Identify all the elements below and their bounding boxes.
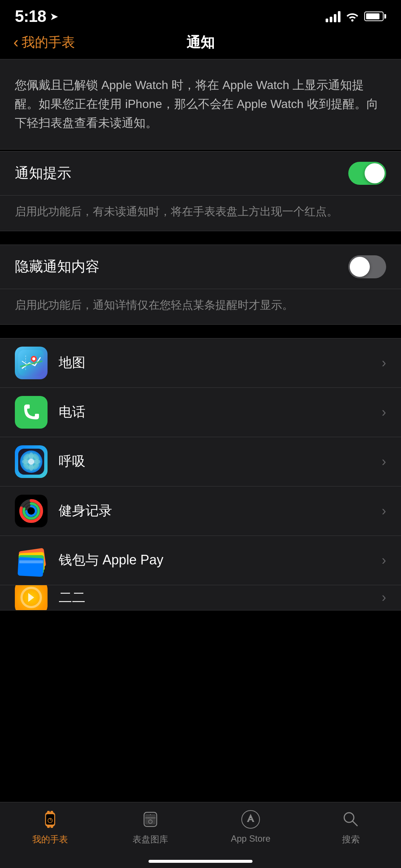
app-icon-maps — [15, 347, 48, 379]
hide-content-label: 隐藏通知内容 — [15, 257, 100, 276]
signal-icon — [326, 10, 340, 22]
battery-icon — [364, 12, 386, 21]
description-block: 您佩戴且已解锁 Apple Watch 时，将在 Apple Watch 上显示… — [0, 59, 401, 150]
hide-content-section: 隐藏通知内容 启用此功能后，通知详情仅在您轻点某条提醒时才显示。 — [0, 245, 401, 325]
hide-content-toggle[interactable] — [348, 255, 386, 278]
tab-label-app-store: App Store — [231, 833, 271, 844]
status-icons — [326, 10, 386, 22]
app-icon-phone — [15, 396, 48, 429]
app-row-fitness[interactable]: 健身记录 › — [0, 487, 401, 536]
hide-content-row: 隐藏通知内容 — [0, 245, 401, 289]
tab-face-gallery[interactable]: 表盘图库 — [100, 808, 200, 845]
tab-bar: 我的手表 表盘图库 App St — [0, 802, 401, 868]
app-icon-wallet — [15, 544, 48, 577]
app-name-breathe: 呼吸 — [59, 452, 382, 471]
app-name-partial: 二二 — [59, 589, 382, 607]
svg-rect-0 — [18, 350, 44, 376]
chevron-right-wallet: › — [382, 553, 386, 568]
svg-rect-32 — [47, 811, 50, 813]
description-text: 您佩戴且已解锁 Apple Watch 时，将在 Apple Watch 上显示… — [15, 76, 386, 133]
app-icon-fitness — [15, 495, 48, 527]
svg-point-2 — [32, 357, 35, 360]
app-name-phone: 电话 — [59, 403, 382, 421]
tab-icon-my-watch — [39, 808, 61, 831]
app-row-wallet[interactable]: 钱包与 Apple Pay › — [0, 536, 401, 585]
chevron-right-fitness: › — [382, 503, 386, 519]
back-chevron-icon: ‹ — [13, 35, 19, 50]
app-name-maps: 地图 — [59, 354, 382, 372]
notification-indicator-row: 通知提示 — [0, 151, 401, 196]
app-icon-breathe — [15, 445, 48, 478]
tab-icon-app-store — [239, 808, 262, 831]
tab-search[interactable]: 搜索 — [301, 808, 401, 845]
svg-rect-3 — [18, 399, 44, 425]
svg-point-14 — [28, 459, 34, 465]
tab-my-watch[interactable]: 我的手表 — [0, 808, 100, 845]
app-row-breathe[interactable]: 呼吸 › — [0, 437, 401, 487]
chevron-right-partial: › — [382, 590, 386, 605]
tab-label-search: 搜索 — [342, 833, 360, 845]
tab-label-my-watch: 我的手表 — [32, 833, 68, 845]
svg-rect-33 — [50, 811, 53, 813]
page-title: 通知 — [186, 33, 215, 52]
app-name-wallet: 钱包与 Apple Pay — [59, 551, 382, 569]
svg-line-50 — [352, 821, 357, 826]
content: 您佩戴且已解锁 Apple Watch 时，将在 Apple Watch 上显示… — [0, 59, 401, 677]
app-icon-partial — [15, 585, 48, 610]
app-row-phone[interactable]: 电话 › — [0, 388, 401, 437]
notification-indicator-toggle[interactable] — [348, 162, 386, 185]
location-icon: ➤ — [50, 10, 58, 23]
back-button[interactable]: ‹ 我的手表 — [13, 33, 75, 52]
app-name-fitness: 健身记录 — [59, 502, 382, 520]
status-time: 5:18 — [15, 7, 46, 26]
tab-icon-face-gallery — [139, 808, 162, 831]
status-bar: 5:18 ➤ — [0, 0, 401, 30]
nav-bar: ‹ 我的手表 通知 — [0, 30, 401, 59]
home-indicator — [149, 860, 252, 863]
tab-icon-search — [340, 808, 362, 831]
notification-indicator-section: 通知提示 启用此功能后，有未读通知时，将在手表表盘上方出现一个红点。 — [0, 151, 401, 231]
app-row-partial[interactable]: 二二 › — [0, 585, 401, 610]
app-list: 地图 › 电话 › — [0, 338, 401, 610]
svg-rect-34 — [47, 826, 50, 828]
tab-label-face-gallery: 表盘图库 — [133, 833, 168, 845]
chevron-right-maps: › — [382, 355, 386, 371]
chevron-right-phone: › — [382, 404, 386, 420]
svg-rect-40 — [145, 814, 156, 825]
tab-app-store[interactable]: App Store — [200, 808, 301, 844]
back-label: 我的手表 — [22, 33, 75, 52]
app-row-maps[interactable]: 地图 › — [0, 338, 401, 388]
svg-rect-35 — [50, 826, 53, 828]
svg-rect-27 — [19, 560, 43, 563]
hide-content-description: 启用此功能后，通知详情仅在您轻点某条提醒时才显示。 — [0, 289, 401, 324]
svg-rect-26 — [17, 557, 44, 577]
wifi-icon — [346, 11, 359, 22]
notification-indicator-description: 启用此功能后，有未读通知时，将在手表表盘上方出现一个红点。 — [0, 196, 401, 231]
chevron-right-breathe: › — [382, 454, 386, 469]
notification-indicator-label: 通知提示 — [15, 164, 71, 183]
